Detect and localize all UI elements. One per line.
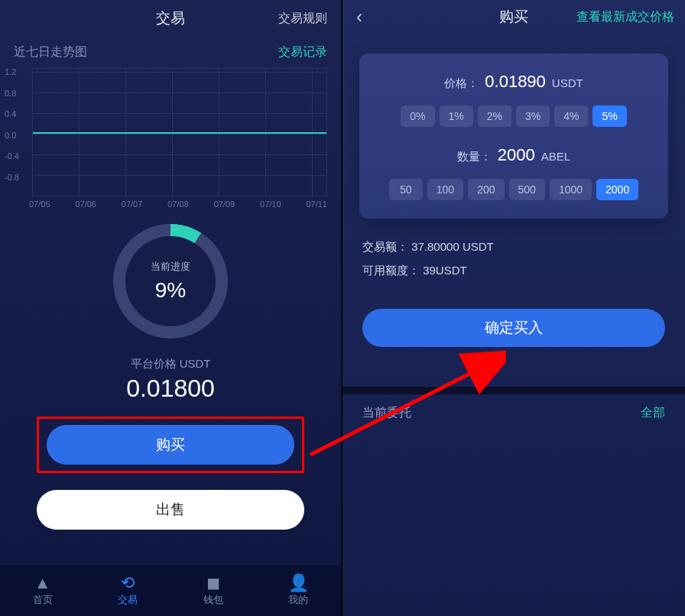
available-label: 可用额度： — [362, 264, 420, 277]
confirm-buy-button[interactable]: 确定买入 — [362, 309, 665, 347]
quantity-chip[interactable]: 2000 — [596, 179, 638, 200]
percent-chip[interactable]: 4% — [554, 105, 588, 127]
chart-x-axis: 07/05 07/06 07/07 07/08 07/09 07/10 07/1… — [29, 199, 327, 209]
section-divider — [342, 387, 685, 394]
tab-trade[interactable]: ⟲ 交易 — [86, 566, 171, 616]
chart-y-axis: 1.2 0.8 0.4 0.0 -0.4 -0.8 — [5, 68, 19, 194]
amount-value: 37.80000 USDT — [411, 240, 494, 253]
percent-chip[interactable]: 5% — [592, 105, 626, 127]
amount-label: 交易额： — [362, 240, 408, 253]
percent-chips: 0%1%2%3%4%5% — [370, 105, 657, 127]
price-value: 0.01890 — [485, 72, 546, 92]
trend-chart: 1.2 0.8 0.4 0.0 -0.4 -0.8 07/05 07/06 07… — [0, 68, 341, 209]
quantity-chip[interactable]: 50 — [389, 179, 423, 200]
progress-label: 当前进度 — [151, 260, 190, 274]
tab-home[interactable]: ▲ 首页 — [0, 566, 86, 616]
back-icon[interactable]: ‹ — [356, 6, 362, 28]
tab-wallet[interactable]: ◼ 钱包 — [170, 566, 256, 616]
quantity-chip[interactable]: 100 — [427, 179, 463, 200]
person-icon: 👤 — [288, 575, 309, 592]
quantity-unit: ABEL — [541, 150, 570, 163]
quantity-chip[interactable]: 500 — [509, 179, 545, 200]
progress-ring: 当前进度 9% — [113, 224, 228, 339]
quantity-chip[interactable]: 200 — [468, 179, 504, 200]
price-label: 价格： — [444, 76, 479, 91]
available-value: 39USDT — [423, 264, 467, 277]
page-title: 交易 — [156, 8, 185, 28]
progress-percent: 9% — [151, 278, 190, 303]
quantity-label: 数量： — [457, 150, 492, 164]
wallet-icon: ◼ — [206, 575, 220, 592]
chart-series-line — [33, 132, 326, 134]
all-orders-link[interactable]: 全部 — [641, 405, 665, 421]
percent-chip[interactable]: 0% — [401, 105, 434, 127]
latest-price-link[interactable]: 查看最新成交价格 — [576, 9, 674, 25]
buy-button[interactable]: 购买 — [47, 425, 294, 465]
percent-chip[interactable]: 1% — [440, 105, 473, 127]
annotation-highlight-box: 购买 — [37, 417, 304, 473]
page-title-buy: 购买 — [499, 7, 528, 27]
order-card: 价格： 0.01890 USDT 0%1%2%3%4%5% 数量： 2000 A… — [359, 53, 668, 219]
current-orders-label: 当前委托 — [362, 405, 411, 421]
platform-price-label: 平台价格 USDT — [0, 357, 341, 371]
home-icon: ▲ — [34, 575, 51, 592]
percent-chip[interactable]: 3% — [516, 105, 550, 127]
tab-me[interactable]: 👤 我的 — [256, 566, 342, 616]
sell-button[interactable]: 出售 — [37, 490, 304, 530]
price-unit: USDT — [552, 76, 583, 89]
platform-price-value: 0.01800 — [0, 374, 341, 403]
bottom-tabbar: ▲ 首页 ⟲ 交易 ◼ 钱包 👤 我的 — [0, 566, 341, 616]
percent-chip[interactable]: 2% — [478, 105, 511, 127]
trade-icon: ⟲ — [121, 575, 135, 592]
quantity-chip[interactable]: 1000 — [550, 179, 592, 200]
chart-section-label: 近七日走势图 — [14, 44, 87, 60]
rules-link[interactable]: 交易规则 — [278, 11, 327, 27]
quantity-chips: 5010020050010002000 — [370, 179, 657, 200]
records-link[interactable]: 交易记录 — [278, 44, 327, 60]
quantity-value: 2000 — [498, 145, 535, 165]
